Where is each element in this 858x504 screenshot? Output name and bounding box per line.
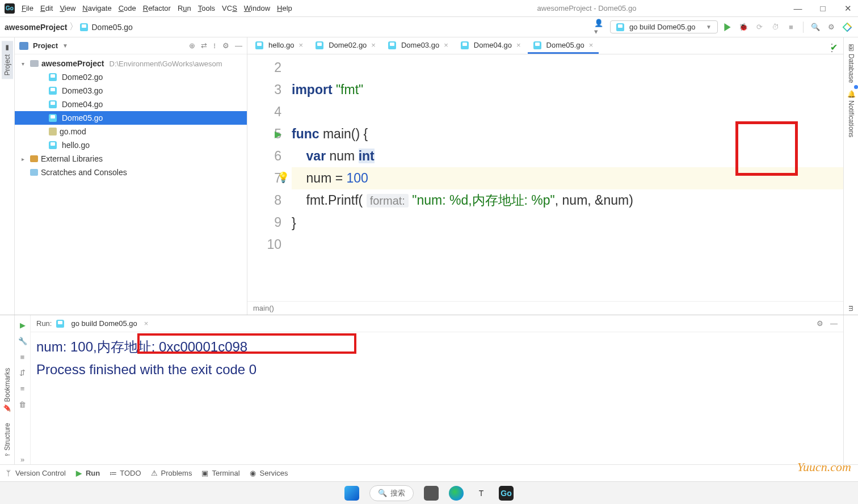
menu-window[interactable]: Window [244,4,270,12]
ide-logo[interactable] [841,21,853,33]
locate-icon[interactable]: ⊕ [189,41,195,50]
gear-icon[interactable]: ⚙ [222,41,229,50]
close-icon[interactable]: × [516,41,521,49]
editor-tab[interactable]: hello.go× [250,38,309,54]
hide-icon[interactable]: — [235,41,242,50]
text-app-icon[interactable]: T [474,486,489,501]
minimize-button[interactable]: — [792,3,804,14]
stop-button[interactable]: ■ [785,21,797,33]
run-config-select[interactable]: go build Dome05.go ▼ [610,20,718,33]
inspection-ok-icon[interactable]: ✔ [830,42,838,53]
trash-icon[interactable]: 🗑 [18,399,28,409]
editor-tab[interactable]: Dome02.go× [310,38,381,54]
tree-file[interactable]: go.mod [15,125,247,138]
hide-icon[interactable]: — [830,319,838,328]
run-button[interactable] [721,21,734,33]
expand-icon[interactable]: » [18,454,28,464]
run-tab-label[interactable]: go build Dome05.go [71,319,137,328]
tab-label: Dome02.go [329,41,367,49]
search-button[interactable]: 🔍 [809,21,822,33]
wrench-icon[interactable]: 🔧 [18,336,28,346]
tab-problems[interactable]: ⚠Problems [150,469,192,477]
menu-tools[interactable]: Tools [198,4,215,12]
tab-label: Dome05.go [546,41,584,49]
file-label: Dome05.go [62,113,103,122]
menu-help[interactable]: Help [277,4,292,12]
tree-root[interactable]: ▾ awesomeProject D:\Environment\GoWorks\… [15,57,247,70]
run-label: Run: [36,319,52,328]
editor-breadcrumb[interactable]: main() [247,301,843,315]
tree-file-selected[interactable]: Dome05.go [15,111,247,125]
tab-run[interactable]: ▶Run [75,469,100,477]
tab-todo[interactable]: ≔TODO [109,469,141,477]
tab-terminal[interactable]: ▣Terminal [201,469,239,477]
taskbar-search[interactable]: 🔍 搜索 [369,485,414,501]
tab-services[interactable]: ◉Services [249,469,288,477]
tree-file[interactable]: hello.go [15,138,247,152]
menu-refactor[interactable]: Refactor [143,4,171,12]
settings-button[interactable]: ⚙ [825,21,838,33]
menu-run[interactable]: Run [178,4,191,12]
chevron-down-icon[interactable]: ▼ [62,43,68,49]
editor-tabs: hello.go× Dome02.go× Dome03.go× Dome04.g… [247,37,843,54]
play-icon: ▶ [75,469,83,477]
breadcrumb-file[interactable]: Dome05.go [92,23,133,32]
user-icon[interactable]: 👤▾ [594,21,607,33]
task-view-icon[interactable] [424,486,439,501]
close-icon[interactable]: × [144,319,149,328]
window-controls: — □ ✕ [792,3,853,14]
tree-file[interactable]: Dome04.go [15,98,247,111]
collapse-icon[interactable]: ⫶ [213,41,217,50]
go-file-icon [49,114,57,122]
tab-database[interactable]: 🗄 Database [846,41,857,86]
menu-file[interactable]: File [22,4,33,12]
windows-start-icon[interactable] [344,486,359,501]
editor-tab[interactable]: Dome04.go× [455,38,527,54]
expand-icon[interactable]: ⇄ [201,41,207,50]
tab-make[interactable]: m [846,302,857,315]
tab-project[interactable]: Project ▮ [2,41,13,79]
edge-icon[interactable] [449,486,464,501]
maximize-button[interactable]: □ [817,3,828,14]
go-file-icon [49,73,57,81]
filter-icon[interactable]: ≡ [18,383,28,393]
editor-tab-active[interactable]: Dome05.go× [528,38,599,54]
tree-external[interactable]: ▸External Libraries [15,152,247,166]
coverage-button[interactable]: ⟳ [753,21,766,33]
editor-body[interactable]: 234 5▶ 678910 💡 import "fmt" func main()… [247,54,843,301]
close-button[interactable]: ✕ [842,3,853,14]
run-gutter-icon[interactable]: ▶ [275,123,281,145]
menu-edit[interactable]: Edit [40,4,53,12]
debug-button[interactable]: 🐞 [737,21,750,33]
goland-icon[interactable]: Go [499,486,514,501]
tree-file[interactable]: Dome02.go [15,70,247,84]
tab-notifications[interactable]: 🔔 Notifications [846,86,857,141]
profile-button[interactable]: ⏱ [769,21,781,33]
title-bar: Go File Edit View Navigate Code Refactor… [0,0,858,17]
gear-icon[interactable]: ⚙ [817,319,823,328]
menu-vcs[interactable]: VCS [222,4,237,12]
console-output[interactable]: num: 100,内存地址: 0xc00001c098 Process fini… [31,332,843,464]
rerun-button[interactable]: ▶ [18,320,28,330]
layout-icon[interactable]: ⇵ [18,367,28,378]
menu-navigate[interactable]: Navigate [82,4,111,12]
close-icon[interactable]: × [589,41,594,49]
menu-view[interactable]: View [60,4,75,12]
close-icon[interactable]: × [299,41,304,49]
breadcrumb-project[interactable]: awesomeProject [5,23,68,32]
close-icon[interactable]: × [444,41,448,49]
tree-scratches[interactable]: Scratches and Consoles [15,166,247,179]
tab-version-control[interactable]: ᛘVersion Control [5,469,66,477]
intention-bulb-icon[interactable]: 💡 [277,167,289,189]
code-area[interactable]: 💡 import "fmt" func main() { var num int… [292,54,843,301]
run-config-label: go build Dome05.go [629,23,695,31]
tab-structure[interactable]: ⫯ Structure [2,420,13,460]
editor: hello.go× Dome02.go× Dome03.go× Dome04.g… [247,37,843,315]
close-icon[interactable]: × [371,41,376,49]
project-panel-label[interactable]: Project [33,41,58,50]
tab-bookmarks[interactable]: 🔖 Bookmarks [2,365,13,416]
stop-icon[interactable]: ■ [18,351,28,362]
editor-tab[interactable]: Dome03.go× [382,38,454,54]
tree-file[interactable]: Dome03.go [15,84,247,98]
menu-code[interactable]: Code [119,4,136,12]
